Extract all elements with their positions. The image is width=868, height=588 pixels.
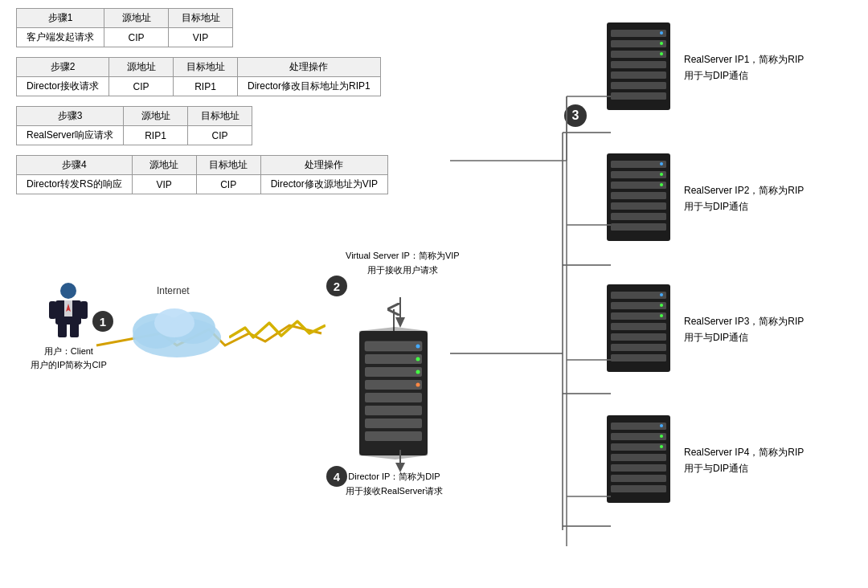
step1-src: CIP — [104, 28, 169, 47]
svg-rect-74 — [611, 433, 666, 440]
server4-icon — [604, 413, 673, 508]
svg-rect-75 — [611, 443, 666, 451]
svg-rect-26 — [365, 354, 422, 364]
step4-op: Director修改源地址为VIP — [260, 175, 387, 194]
svg-rect-67 — [611, 344, 666, 351]
step1-action: 客户端发起请求 — [17, 28, 104, 47]
step4-header: 步骤4 — [17, 156, 133, 175]
svg-rect-15 — [80, 301, 88, 319]
server4-label: RealServer IP4，简称为RIP用于与DIP通信 — [684, 444, 804, 477]
svg-rect-62 — [611, 292, 666, 299]
svg-rect-12 — [58, 323, 67, 337]
svg-point-34 — [416, 357, 420, 361]
step-number-3: 3 — [564, 104, 587, 127]
svg-point-58 — [660, 162, 663, 165]
server3-label: RealServer IP3，简称为RIP用于与DIP通信 — [684, 313, 804, 346]
real-server-item-3: RealServer IP3，简称为RIP用于与DIP通信 — [604, 282, 854, 377]
svg-rect-63 — [611, 302, 666, 309]
src-addr-header-3: 源地址 — [124, 107, 188, 126]
svg-rect-76 — [611, 454, 666, 461]
svg-rect-65 — [611, 323, 666, 330]
diagram-area: 用户：Client 用户的IP简称为CIP 1 Internet 2 Virtu… — [0, 237, 563, 586]
svg-rect-28 — [365, 380, 422, 390]
dst-addr-header-3: 目标地址 — [188, 107, 252, 126]
step-number-4: 4 — [326, 466, 347, 487]
svg-rect-24 — [365, 341, 422, 351]
step3-table: 步骤3 源地址 目标地址 RealServer响应请求 RIP1 CIP — [16, 106, 252, 145]
svg-rect-44 — [611, 71, 666, 79]
svg-point-82 — [660, 445, 663, 448]
step1-dst: VIP — [169, 28, 233, 47]
svg-point-36 — [416, 383, 420, 387]
svg-rect-51 — [611, 161, 666, 168]
svg-rect-31 — [365, 419, 422, 428]
svg-rect-78 — [611, 475, 666, 482]
svg-rect-13 — [70, 323, 79, 337]
lightning-bolt-1 — [229, 313, 326, 360]
step2-src: CIP — [109, 77, 174, 96]
svg-rect-55 — [611, 202, 666, 210]
server2-icon — [604, 151, 673, 246]
svg-point-59 — [660, 173, 663, 176]
dst-addr-header-4: 目标地址 — [196, 156, 260, 175]
real-server-item-2: RealServer IP2，简称为RIP用于与DIP通信 — [604, 151, 854, 246]
svg-point-70 — [660, 304, 663, 307]
svg-rect-46 — [611, 92, 666, 100]
svg-rect-42 — [611, 51, 666, 58]
op-header-2: 处理操作 — [238, 58, 381, 77]
svg-rect-77 — [611, 464, 666, 472]
svg-point-35 — [416, 370, 420, 374]
real-servers-area: 3 RealServer IP1，简称为RIP用于与DIP通信 — [604, 20, 854, 516]
cloud-icon — [125, 297, 229, 364]
svg-rect-40 — [611, 30, 666, 37]
step2-table: 步骤2 源地址 目标地址 处理操作 Director接收请求 CIP RIP1 … — [16, 57, 381, 96]
svg-point-60 — [660, 183, 663, 186]
svg-point-8 — [60, 283, 76, 299]
step4-action: Director转发RS的响应 — [17, 175, 133, 194]
svg-point-19 — [154, 308, 194, 337]
svg-rect-66 — [611, 333, 666, 341]
src-addr-header-1: 源地址 — [104, 9, 169, 28]
svg-rect-64 — [611, 312, 666, 320]
client-label: 用户：Client 用户的IP简称为CIP — [31, 345, 107, 371]
svg-point-81 — [660, 435, 663, 438]
svg-rect-56 — [611, 213, 666, 220]
svg-rect-27 — [365, 367, 422, 377]
step3-src: RIP1 — [124, 126, 188, 145]
svg-point-71 — [660, 314, 663, 317]
svg-rect-68 — [611, 354, 666, 361]
step4-dst: CIP — [196, 175, 260, 194]
server3-icon — [604, 282, 673, 377]
svg-rect-79 — [611, 485, 666, 492]
svg-rect-29 — [365, 393, 422, 402]
svg-rect-41 — [611, 40, 666, 47]
src-addr-header-2: 源地址 — [109, 58, 174, 77]
tables-area: 步骤1 源地址 目标地址 客户端发起请求 CIP VIP 步骤2 源地址 目标地… — [16, 8, 482, 204]
step2-op: Director修改目标地址为RIP1 — [238, 77, 381, 96]
step4-arrow — [392, 450, 408, 476]
real-server-item-1: RealServer IP1，简称为RIP用于与DIP通信 — [604, 20, 854, 115]
svg-point-48 — [660, 42, 663, 45]
svg-rect-57 — [611, 223, 666, 231]
src-addr-header-4: 源地址 — [132, 156, 196, 175]
svg-point-69 — [660, 293, 663, 296]
svg-point-47 — [660, 31, 663, 35]
director-server-icon — [355, 327, 432, 462]
step-number-2: 2 — [326, 276, 347, 296]
step2-action: Director接收请求 — [17, 77, 109, 96]
dst-addr-header-2: 目标地址 — [174, 58, 238, 77]
step3-header: 步骤3 — [17, 107, 124, 126]
step1-header: 步骤1 — [17, 9, 104, 28]
vip-label: Virtual Server IP：简称为VIP 用于接收用户请求 — [346, 249, 460, 277]
svg-rect-45 — [611, 82, 666, 89]
step4-table: 步骤4 源地址 目标地址 处理操作 Director转发RS的响应 VIP CI… — [16, 155, 388, 194]
svg-rect-30 — [365, 406, 422, 415]
step1-table: 步骤1 源地址 目标地址 客户端发起请求 CIP VIP — [16, 8, 233, 47]
step3-dst: CIP — [188, 126, 252, 145]
step2-dst: RIP1 — [174, 77, 238, 96]
svg-point-33 — [416, 345, 420, 349]
svg-rect-43 — [611, 61, 666, 68]
svg-rect-53 — [611, 182, 666, 189]
op-header-4: 处理操作 — [260, 156, 387, 175]
svg-rect-14 — [49, 301, 56, 319]
